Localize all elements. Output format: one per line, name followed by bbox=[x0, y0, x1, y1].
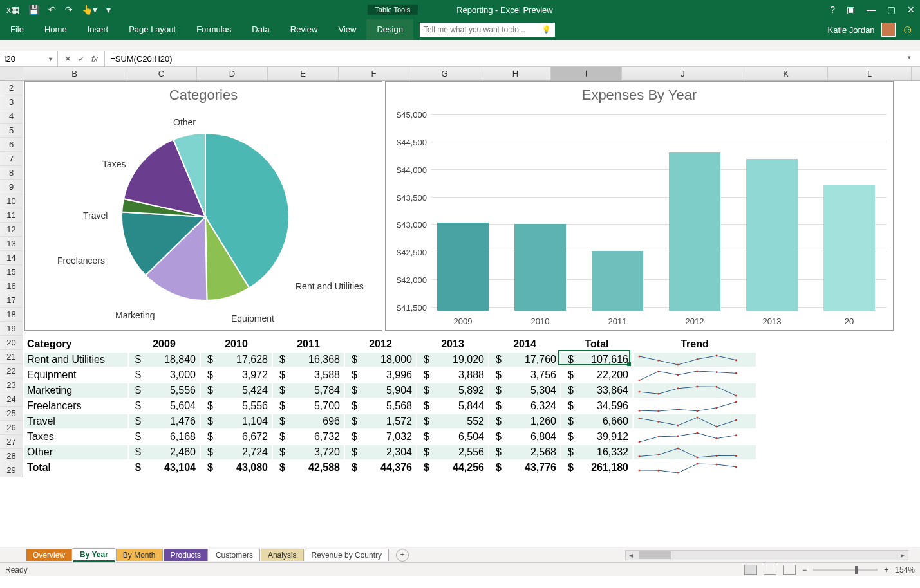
ribbon-tab-page-layout[interactable]: Page Layout bbox=[118, 19, 186, 40]
row-header-13[interactable]: 13 bbox=[0, 237, 23, 251]
row-header-16[interactable]: 16 bbox=[0, 279, 23, 293]
ribbon-tab-file[interactable]: File bbox=[0, 19, 34, 40]
cell-value[interactable]: $44,256 bbox=[417, 461, 488, 475]
table-header[interactable]: Category bbox=[24, 337, 127, 351]
cell-value[interactable]: $5,892 bbox=[417, 383, 488, 398]
table-row[interactable]: Other$2,460$2,724$3,720$2,304$2,556$2,56… bbox=[24, 445, 756, 459]
qat-more-icon[interactable]: ▾ bbox=[106, 5, 111, 15]
table-header[interactable]: 2013 bbox=[417, 337, 488, 351]
cell-sparkline[interactable] bbox=[634, 461, 756, 475]
table-row[interactable]: Rent and Utilities$18,840$17,628$16,368$… bbox=[24, 353, 756, 367]
row-header-24[interactable]: 24 bbox=[0, 392, 23, 407]
cell-value[interactable]: $18,840 bbox=[129, 353, 200, 367]
enter-formula-icon[interactable]: ✓ bbox=[78, 54, 85, 64]
cell-value[interactable]: $6,804 bbox=[489, 430, 560, 444]
cell-category[interactable]: Rent and Utilities bbox=[24, 353, 127, 367]
table-header[interactable]: 2011 bbox=[273, 337, 344, 351]
cell-value[interactable]: $552 bbox=[417, 414, 488, 428]
cell-value[interactable]: $6,660 bbox=[561, 414, 632, 428]
cell-value[interactable]: $19,020 bbox=[417, 353, 488, 367]
cell-value[interactable]: $42,588 bbox=[273, 461, 344, 475]
cell-sparkline[interactable] bbox=[634, 445, 756, 459]
fx-icon[interactable]: fx bbox=[91, 54, 98, 64]
row-header-18[interactable]: 18 bbox=[0, 308, 23, 322]
col-header-E[interactable]: E bbox=[268, 67, 339, 80]
cancel-formula-icon[interactable]: ✕ bbox=[64, 54, 71, 64]
sheet-tab-overview[interactable]: Overview bbox=[26, 549, 72, 561]
row-header-21[interactable]: 21 bbox=[0, 350, 23, 364]
name-box[interactable]: I20 ▼ bbox=[0, 51, 58, 66]
row-header-9[interactable]: 9 bbox=[0, 180, 23, 194]
cell-category[interactable]: Other bbox=[24, 445, 127, 459]
col-header-L[interactable]: L bbox=[828, 67, 912, 80]
row-header-22[interactable]: 22 bbox=[0, 364, 23, 378]
col-header-B[interactable]: B bbox=[23, 67, 126, 80]
table-header[interactable]: Total bbox=[561, 337, 632, 351]
row-header-28[interactable]: 28 bbox=[0, 449, 23, 463]
cell-value[interactable]: $3,996 bbox=[345, 368, 416, 382]
table-row[interactable]: Taxes$6,168$6,672$6,732$7,032$6,504$6,80… bbox=[24, 430, 756, 444]
cell-category[interactable]: Travel bbox=[24, 414, 127, 428]
table-header[interactable]: 2010 bbox=[201, 337, 272, 351]
cell-sparkline[interactable] bbox=[634, 383, 756, 398]
table-row[interactable]: Freelancers$5,604$5,556$5,700$5,568$5,84… bbox=[24, 399, 756, 413]
table-header[interactable]: 2012 bbox=[345, 337, 416, 351]
cell-value[interactable]: $43,776 bbox=[489, 461, 560, 475]
cell-value[interactable]: $6,504 bbox=[417, 430, 488, 444]
cell-value[interactable]: $1,476 bbox=[129, 414, 200, 428]
row-header-19[interactable]: 19 bbox=[0, 322, 23, 336]
cell-value[interactable]: $1,572 bbox=[345, 414, 416, 428]
cell-value[interactable]: $5,304 bbox=[489, 383, 560, 398]
help-icon[interactable]: ? bbox=[830, 5, 835, 15]
column-headers[interactable]: BCDEFGHIJKL bbox=[0, 67, 920, 81]
cell-value[interactable]: $6,672 bbox=[201, 430, 272, 444]
sheet-tab-products[interactable]: Products bbox=[164, 549, 208, 561]
cell-category[interactable]: Marketing bbox=[24, 383, 127, 398]
cell-value[interactable]: $5,844 bbox=[417, 399, 488, 413]
cell-value[interactable]: $3,888 bbox=[417, 368, 488, 382]
row-headers[interactable]: 2345678910111213141516171819202122232425… bbox=[0, 81, 23, 477]
normal-view-icon[interactable] bbox=[744, 565, 757, 575]
col-header-G[interactable]: G bbox=[409, 67, 480, 80]
cell-value[interactable]: $33,864 bbox=[561, 383, 632, 398]
row-header-4[interactable]: 4 bbox=[0, 109, 23, 124]
expenses-bar-chart[interactable]: Expenses By Year $41,500$42,000$42,500$4… bbox=[385, 81, 894, 331]
cell-value[interactable]: $6,168 bbox=[129, 430, 200, 444]
cell-value[interactable]: $2,724 bbox=[201, 445, 272, 459]
cell-sparkline[interactable] bbox=[634, 414, 756, 428]
ribbon-tab-formulas[interactable]: Formulas bbox=[186, 19, 241, 40]
new-sheet-button[interactable]: + bbox=[396, 549, 409, 562]
col-header-C[interactable]: C bbox=[126, 67, 197, 80]
cell-value[interactable]: $5,784 bbox=[273, 383, 344, 398]
horizontal-scrollbar[interactable]: ◂ ▸ bbox=[625, 550, 908, 560]
cell-sparkline[interactable] bbox=[634, 399, 756, 413]
sheet-tab-by-year[interactable]: By Year bbox=[73, 548, 115, 562]
sheet-tab-revenue-by-country[interactable]: Revenue by Country bbox=[305, 549, 389, 561]
row-header-5[interactable]: 5 bbox=[0, 124, 23, 138]
page-break-view-icon[interactable] bbox=[783, 565, 796, 575]
cell-value[interactable]: $43,104 bbox=[129, 461, 200, 475]
col-header-H[interactable]: H bbox=[480, 67, 551, 80]
cell-value[interactable]: $1,260 bbox=[489, 414, 560, 428]
cell-value[interactable]: $43,080 bbox=[201, 461, 272, 475]
categories-pie-chart[interactable]: Categories Rent and UtilitiesEquipmentMa… bbox=[24, 81, 382, 331]
row-header-15[interactable]: 15 bbox=[0, 265, 23, 279]
cell-value[interactable]: $5,424 bbox=[201, 383, 272, 398]
row-header-8[interactable]: 8 bbox=[0, 166, 23, 180]
grid-body[interactable]: Categories Rent and UtilitiesEquipmentMa… bbox=[23, 81, 920, 547]
cell-value[interactable]: $2,304 bbox=[345, 445, 416, 459]
feedback-icon[interactable]: ☺ bbox=[902, 23, 914, 37]
cell-value[interactable]: $107,616 bbox=[561, 353, 632, 367]
zoom-out-icon[interactable]: − bbox=[802, 565, 807, 574]
scroll-left-icon[interactable]: ◂ bbox=[626, 551, 636, 560]
cell-sparkline[interactable] bbox=[634, 430, 756, 444]
row-header-11[interactable]: 11 bbox=[0, 208, 23, 223]
table-header[interactable]: 2009 bbox=[129, 337, 200, 351]
row-header-2[interactable]: 2 bbox=[0, 81, 23, 95]
avatar[interactable] bbox=[881, 23, 896, 37]
col-header-D[interactable]: D bbox=[197, 67, 268, 80]
cell-sparkline[interactable] bbox=[634, 353, 756, 367]
ribbon-display-icon[interactable]: ▣ bbox=[847, 5, 855, 15]
table-row[interactable]: Equipment$3,000$3,972$3,588$3,996$3,888$… bbox=[24, 368, 756, 382]
expand-formula-bar-icon[interactable]: ▾ bbox=[908, 54, 915, 60]
